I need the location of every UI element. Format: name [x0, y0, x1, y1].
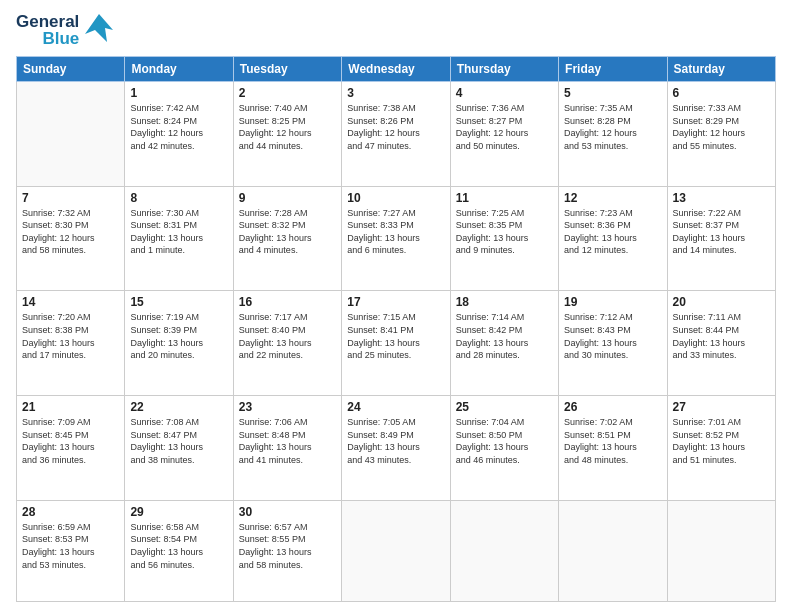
day-cell: 4Sunrise: 7:36 AM Sunset: 8:27 PM Daylig…: [450, 82, 558, 187]
day-info: Sunrise: 7:28 AM Sunset: 8:32 PM Dayligh…: [239, 207, 336, 257]
week-row-4: 21Sunrise: 7:09 AM Sunset: 8:45 PM Dayli…: [17, 396, 776, 501]
day-header-wednesday: Wednesday: [342, 57, 450, 82]
day-cell: [342, 500, 450, 601]
day-info: Sunrise: 7:11 AM Sunset: 8:44 PM Dayligh…: [673, 311, 770, 361]
day-info: Sunrise: 6:57 AM Sunset: 8:55 PM Dayligh…: [239, 521, 336, 571]
header-row: SundayMondayTuesdayWednesdayThursdayFrid…: [17, 57, 776, 82]
day-cell: 3Sunrise: 7:38 AM Sunset: 8:26 PM Daylig…: [342, 82, 450, 187]
day-number: 21: [22, 400, 119, 414]
day-info: Sunrise: 7:33 AM Sunset: 8:29 PM Dayligh…: [673, 102, 770, 152]
day-info: Sunrise: 7:15 AM Sunset: 8:41 PM Dayligh…: [347, 311, 444, 361]
day-cell: 7Sunrise: 7:32 AM Sunset: 8:30 PM Daylig…: [17, 186, 125, 291]
week-row-1: 1Sunrise: 7:42 AM Sunset: 8:24 PM Daylig…: [17, 82, 776, 187]
day-cell: 24Sunrise: 7:05 AM Sunset: 8:49 PM Dayli…: [342, 396, 450, 501]
day-info: Sunrise: 6:58 AM Sunset: 8:54 PM Dayligh…: [130, 521, 227, 571]
day-info: Sunrise: 7:06 AM Sunset: 8:48 PM Dayligh…: [239, 416, 336, 466]
day-info: Sunrise: 7:30 AM Sunset: 8:31 PM Dayligh…: [130, 207, 227, 257]
svg-marker-0: [85, 14, 113, 42]
day-info: Sunrise: 7:36 AM Sunset: 8:27 PM Dayligh…: [456, 102, 553, 152]
day-info: Sunrise: 7:19 AM Sunset: 8:39 PM Dayligh…: [130, 311, 227, 361]
day-number: 16: [239, 295, 336, 309]
day-cell: 27Sunrise: 7:01 AM Sunset: 8:52 PM Dayli…: [667, 396, 775, 501]
day-number: 29: [130, 505, 227, 519]
day-cell: [559, 500, 667, 601]
day-cell: [17, 82, 125, 187]
day-info: Sunrise: 7:25 AM Sunset: 8:35 PM Dayligh…: [456, 207, 553, 257]
day-info: Sunrise: 6:59 AM Sunset: 8:53 PM Dayligh…: [22, 521, 119, 571]
week-row-5: 28Sunrise: 6:59 AM Sunset: 8:53 PM Dayli…: [17, 500, 776, 601]
day-header-saturday: Saturday: [667, 57, 775, 82]
day-number: 22: [130, 400, 227, 414]
day-cell: 28Sunrise: 6:59 AM Sunset: 8:53 PM Dayli…: [17, 500, 125, 601]
day-cell: 13Sunrise: 7:22 AM Sunset: 8:37 PM Dayli…: [667, 186, 775, 291]
week-row-3: 14Sunrise: 7:20 AM Sunset: 8:38 PM Dayli…: [17, 291, 776, 396]
day-number: 10: [347, 191, 444, 205]
day-number: 1: [130, 86, 227, 100]
day-number: 15: [130, 295, 227, 309]
day-info: Sunrise: 7:22 AM Sunset: 8:37 PM Dayligh…: [673, 207, 770, 257]
day-number: 26: [564, 400, 661, 414]
day-header-monday: Monday: [125, 57, 233, 82]
day-info: Sunrise: 7:35 AM Sunset: 8:28 PM Dayligh…: [564, 102, 661, 152]
page: General Blue SundayMondayTuesdayWednesda…: [0, 0, 792, 612]
day-info: Sunrise: 7:05 AM Sunset: 8:49 PM Dayligh…: [347, 416, 444, 466]
day-cell: 26Sunrise: 7:02 AM Sunset: 8:51 PM Dayli…: [559, 396, 667, 501]
day-number: 4: [456, 86, 553, 100]
day-number: 13: [673, 191, 770, 205]
day-number: 8: [130, 191, 227, 205]
day-cell: 29Sunrise: 6:58 AM Sunset: 8:54 PM Dayli…: [125, 500, 233, 601]
day-info: Sunrise: 7:40 AM Sunset: 8:25 PM Dayligh…: [239, 102, 336, 152]
day-cell: 5Sunrise: 7:35 AM Sunset: 8:28 PM Daylig…: [559, 82, 667, 187]
day-number: 24: [347, 400, 444, 414]
day-cell: 2Sunrise: 7:40 AM Sunset: 8:25 PM Daylig…: [233, 82, 341, 187]
day-info: Sunrise: 7:42 AM Sunset: 8:24 PM Dayligh…: [130, 102, 227, 152]
day-info: Sunrise: 7:01 AM Sunset: 8:52 PM Dayligh…: [673, 416, 770, 466]
day-number: 23: [239, 400, 336, 414]
day-header-friday: Friday: [559, 57, 667, 82]
day-info: Sunrise: 7:23 AM Sunset: 8:36 PM Dayligh…: [564, 207, 661, 257]
logo-bird-icon: [85, 12, 113, 48]
day-cell: 17Sunrise: 7:15 AM Sunset: 8:41 PM Dayli…: [342, 291, 450, 396]
day-number: 25: [456, 400, 553, 414]
day-cell: 22Sunrise: 7:08 AM Sunset: 8:47 PM Dayli…: [125, 396, 233, 501]
day-number: 3: [347, 86, 444, 100]
header: General Blue: [16, 12, 776, 48]
day-info: Sunrise: 7:20 AM Sunset: 8:38 PM Dayligh…: [22, 311, 119, 361]
day-info: Sunrise: 7:38 AM Sunset: 8:26 PM Dayligh…: [347, 102, 444, 152]
day-info: Sunrise: 7:12 AM Sunset: 8:43 PM Dayligh…: [564, 311, 661, 361]
day-number: 18: [456, 295, 553, 309]
calendar-table: SundayMondayTuesdayWednesdayThursdayFrid…: [16, 56, 776, 602]
day-cell: 20Sunrise: 7:11 AM Sunset: 8:44 PM Dayli…: [667, 291, 775, 396]
logo-blue-word: Blue: [42, 30, 79, 47]
day-cell: 12Sunrise: 7:23 AM Sunset: 8:36 PM Dayli…: [559, 186, 667, 291]
day-cell: 18Sunrise: 7:14 AM Sunset: 8:42 PM Dayli…: [450, 291, 558, 396]
day-number: 14: [22, 295, 119, 309]
day-cell: 23Sunrise: 7:06 AM Sunset: 8:48 PM Dayli…: [233, 396, 341, 501]
day-cell: 10Sunrise: 7:27 AM Sunset: 8:33 PM Dayli…: [342, 186, 450, 291]
day-cell: 9Sunrise: 7:28 AM Sunset: 8:32 PM Daylig…: [233, 186, 341, 291]
day-cell: 15Sunrise: 7:19 AM Sunset: 8:39 PM Dayli…: [125, 291, 233, 396]
day-info: Sunrise: 7:14 AM Sunset: 8:42 PM Dayligh…: [456, 311, 553, 361]
day-header-sunday: Sunday: [17, 57, 125, 82]
day-number: 17: [347, 295, 444, 309]
day-cell: 6Sunrise: 7:33 AM Sunset: 8:29 PM Daylig…: [667, 82, 775, 187]
day-header-tuesday: Tuesday: [233, 57, 341, 82]
logo-general: General: [16, 13, 79, 30]
day-number: 2: [239, 86, 336, 100]
day-number: 20: [673, 295, 770, 309]
day-info: Sunrise: 7:04 AM Sunset: 8:50 PM Dayligh…: [456, 416, 553, 466]
logo: General Blue: [16, 12, 113, 48]
week-row-2: 7Sunrise: 7:32 AM Sunset: 8:30 PM Daylig…: [17, 186, 776, 291]
day-header-thursday: Thursday: [450, 57, 558, 82]
day-number: 6: [673, 86, 770, 100]
day-info: Sunrise: 7:17 AM Sunset: 8:40 PM Dayligh…: [239, 311, 336, 361]
day-number: 27: [673, 400, 770, 414]
day-info: Sunrise: 7:27 AM Sunset: 8:33 PM Dayligh…: [347, 207, 444, 257]
day-number: 12: [564, 191, 661, 205]
day-cell: [450, 500, 558, 601]
day-number: 11: [456, 191, 553, 205]
day-number: 9: [239, 191, 336, 205]
day-cell: 1Sunrise: 7:42 AM Sunset: 8:24 PM Daylig…: [125, 82, 233, 187]
day-number: 19: [564, 295, 661, 309]
day-cell: 8Sunrise: 7:30 AM Sunset: 8:31 PM Daylig…: [125, 186, 233, 291]
